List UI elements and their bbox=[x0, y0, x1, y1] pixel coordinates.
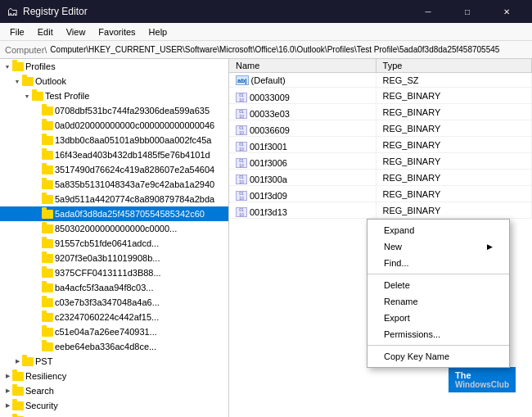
tree-toggle[interactable] bbox=[33, 107, 41, 115]
folder-icon bbox=[12, 61, 24, 72]
folder-icon bbox=[42, 164, 53, 175]
tree-item[interactable]: 91557cb51fde0641adcd... bbox=[0, 236, 228, 251]
tree-toggle[interactable] bbox=[33, 151, 41, 159]
tree-toggle[interactable] bbox=[33, 210, 41, 218]
tree-toggle[interactable] bbox=[33, 269, 41, 277]
tree-toggle[interactable]: ▼ bbox=[3, 62, 11, 70]
table-row[interactable]: 01 1000036609REG_BINARY bbox=[229, 120, 532, 137]
tree-item[interactable]: ▶PST bbox=[0, 354, 228, 369]
folder-icon bbox=[12, 400, 24, 411]
table-row[interactable]: 01 10001f3d09REG_BINARY bbox=[229, 186, 532, 202]
tree-item[interactable]: 13dbb0c8aa05101a9bb000aa002fc45a bbox=[0, 133, 228, 147]
tree-item[interactable]: 9207f3e0a3b11019908b... bbox=[0, 251, 228, 265]
tree-item[interactable]: eebe64eba336ac4d8ce... bbox=[0, 339, 228, 354]
menu-item-file[interactable]: File bbox=[3, 25, 31, 39]
tree-item[interactable]: 16f43ead403b432db1485f5e76b4101d bbox=[0, 147, 228, 162]
tree-toggle[interactable]: ▼ bbox=[13, 77, 21, 85]
tree-item[interactable]: 9375CFF0413111d3B88... bbox=[0, 265, 228, 280]
folder-icon bbox=[42, 179, 53, 190]
tree-toggle[interactable] bbox=[33, 254, 41, 262]
table-row[interactable]: 01 10001f3006REG_BINARY bbox=[229, 153, 532, 170]
context-menu-item-find---[interactable]: Find... bbox=[367, 255, 509, 271]
table-row[interactable]: 01 10001f300aREG_BINARY bbox=[229, 170, 532, 186]
tree-item-label: c23247060224c442af15... bbox=[55, 312, 159, 322]
tree-toggle[interactable] bbox=[33, 165, 41, 174]
tree-item[interactable]: ▼Test Profile bbox=[0, 88, 228, 103]
tree-item[interactable]: 5ada0f3d8da25f45870554585342c60 bbox=[0, 206, 228, 221]
reg-name-cell: ab|(Default) bbox=[229, 73, 376, 88]
tree-toggle[interactable] bbox=[33, 283, 41, 292]
context-menu-item-label: Copy Key Name bbox=[384, 351, 449, 361]
table-row[interactable]: 01 10001f3001REG_BINARY bbox=[229, 137, 532, 153]
tree-item[interactable]: c51e04a7a26ee740931... bbox=[0, 324, 228, 339]
table-row[interactable]: ab|(Default)REG_SZ bbox=[229, 73, 532, 88]
context-menu-item-new[interactable]: New▶ bbox=[367, 238, 509, 255]
menu-item-edit[interactable]: Edit bbox=[31, 25, 60, 39]
menu-item-favorites[interactable]: Favorites bbox=[92, 25, 142, 39]
tree-item[interactable]: ▼Profiles bbox=[0, 59, 228, 74]
tree-item[interactable]: 0a0d020000000000c000000000000046 bbox=[0, 118, 228, 133]
maximize-button[interactable]: □ bbox=[449, 3, 486, 20]
context-menu-item-delete[interactable]: Delete bbox=[367, 277, 509, 293]
binary-icon: 01 10 bbox=[236, 207, 247, 217]
table-row[interactable]: 01 10001f3d13REG_BINARY bbox=[229, 202, 532, 219]
minimize-button[interactable]: ─ bbox=[409, 3, 447, 20]
reg-name-cell: 01 1000033e03 bbox=[229, 104, 376, 120]
tree-item[interactable]: ▼Outlook bbox=[0, 74, 228, 88]
tree-item[interactable]: 0708dbf531bc744fa29306dea599a635 bbox=[0, 103, 228, 118]
table-row[interactable]: 01 1000033e03REG_BINARY bbox=[229, 104, 532, 120]
tree-item[interactable]: ▶Resiliency bbox=[0, 369, 228, 383]
context-menu-item-expand[interactable]: Expand bbox=[367, 222, 509, 238]
context-menu-item-export[interactable]: Export bbox=[367, 310, 509, 326]
binary-icon: 01 10 bbox=[236, 191, 247, 201]
menu-bar: FileEditViewFavoritesHelp bbox=[0, 23, 532, 41]
context-menu-item-rename[interactable]: Rename bbox=[367, 293, 509, 310]
tree-toggle[interactable]: ▶ bbox=[3, 387, 11, 395]
tree-toggle[interactable] bbox=[33, 180, 41, 188]
tree-toggle[interactable] bbox=[33, 136, 41, 144]
tree-item[interactable]: ▶Search bbox=[0, 383, 228, 398]
tree-item[interactable]: ▶Sul... bbox=[0, 413, 228, 417]
tree-toggle[interactable] bbox=[33, 298, 41, 306]
tree-toggle[interactable] bbox=[33, 239, 41, 247]
context-menu-item-copy-key-name[interactable]: Copy Key Name bbox=[367, 348, 509, 365]
tree-item-label: 9375CFF0413111d3B88... bbox=[55, 268, 161, 278]
tree-item[interactable]: c23247060224c442af15... bbox=[0, 310, 228, 324]
close-button[interactable]: ✕ bbox=[488, 3, 525, 20]
folder-icon bbox=[42, 282, 53, 293]
tree-toggle[interactable]: ▶ bbox=[3, 372, 11, 380]
table-row[interactable]: 01 1000033009REG_BINARY bbox=[229, 88, 532, 104]
tree-item[interactable]: 850302000000000000c0000... bbox=[0, 221, 228, 236]
tree-toggle[interactable] bbox=[33, 328, 41, 336]
tree-toggle[interactable] bbox=[33, 195, 41, 203]
context-menu-item-permissions---[interactable]: Permissions... bbox=[367, 326, 509, 342]
tree-item-label: 5a835b5131048343a7e9c42aba1a2940 bbox=[55, 179, 214, 189]
tree-item[interactable]: ba4acfc5f3aaa94f8c03... bbox=[0, 280, 228, 295]
tree-toggle[interactable]: ▶ bbox=[13, 357, 21, 365]
folder-icon bbox=[42, 208, 53, 220]
reg-type-cell: REG_BINARY bbox=[376, 186, 531, 202]
binary-icon: 01 10 bbox=[236, 125, 247, 135]
menu-item-help[interactable]: Help bbox=[142, 25, 174, 39]
tree-toggle[interactable] bbox=[33, 121, 41, 129]
registry-tbody: ab|(Default)REG_SZ01 1000033009REG_BINAR… bbox=[229, 73, 532, 219]
reg-type-cell: REG_BINARY bbox=[376, 153, 531, 170]
tree-indent bbox=[0, 209, 33, 219]
tree-toggle[interactable]: ▼ bbox=[23, 92, 31, 100]
tree-toggle[interactable]: ▶ bbox=[3, 401, 11, 410]
menu-item-view[interactable]: View bbox=[60, 25, 92, 39]
binary-icon: 01 10 bbox=[236, 175, 247, 184]
tree-item[interactable]: ▶Security bbox=[0, 398, 228, 413]
tree-item[interactable]: 5a9d511a4420774c8a890879784a2bda bbox=[0, 192, 228, 206]
context-menu-item-label: Find... bbox=[384, 258, 409, 268]
right-panel: Name Type ab|(Default)REG_SZ01 100003300… bbox=[229, 59, 532, 417]
tree-item[interactable]: 3517490d76624c419a828607e2a54604 bbox=[0, 162, 228, 177]
tree-indent bbox=[0, 76, 13, 86]
tree-item-label: PST bbox=[35, 356, 52, 366]
tree-toggle[interactable] bbox=[33, 342, 41, 351]
tree-item-label: 5a9d511a4420774c8a890879784a2bda bbox=[55, 194, 214, 204]
tree-item[interactable]: c03e7b3f3a347048a4a6... bbox=[0, 295, 228, 310]
tree-toggle[interactable] bbox=[33, 224, 41, 233]
tree-toggle[interactable] bbox=[33, 313, 41, 321]
tree-item[interactable]: 5a835b5131048343a7e9c42aba1a2940 bbox=[0, 177, 228, 192]
